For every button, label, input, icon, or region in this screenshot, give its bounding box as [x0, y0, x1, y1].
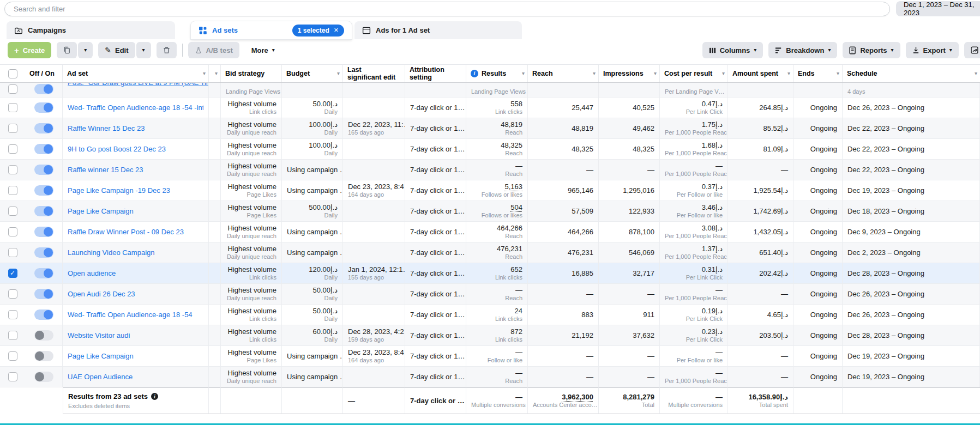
- column-header-schedule[interactable]: Schedule▾: [843, 65, 980, 82]
- row-checkbox[interactable]: [8, 207, 17, 216]
- more-button[interactable]: More ▾: [245, 42, 281, 58]
- duplicate-button[interactable]: [57, 42, 77, 58]
- column-header-results[interactable]: iResults▾: [466, 65, 528, 82]
- reports-button[interactable]: Reports ▾: [843, 42, 900, 58]
- results-cell: 504Follows or likes: [466, 201, 528, 221]
- amount-spent-cell: 651.40د.إ: [728, 242, 793, 263]
- ab-test-button[interactable]: A/B test: [188, 42, 239, 58]
- reach-cell: 464,266: [528, 222, 599, 242]
- adset-name-link[interactable]: Raffle winner 15 Dec 23: [68, 166, 203, 174]
- delete-button[interactable]: [157, 42, 177, 58]
- column-header-budget[interactable]: Budget▾: [282, 65, 343, 82]
- row-checkbox[interactable]: [8, 331, 17, 340]
- cost-per-result-cell: 3.46د.إPer Follow or like: [660, 201, 728, 221]
- adset-name-link[interactable]: Page Like Campaign: [68, 207, 203, 215]
- row-checkbox[interactable]: ✓: [8, 269, 17, 278]
- clear-selection-icon[interactable]: ✕: [334, 27, 339, 34]
- adset-name-link[interactable]: Page Like Campaign -19 Dec 23: [68, 186, 203, 195]
- amount-spent-cell: 85.52د.إ: [728, 118, 793, 138]
- duplicate-dropdown-button[interactable]: ▾: [78, 42, 93, 58]
- edit-dropdown-button[interactable]: ▾: [136, 42, 151, 58]
- row-toggle[interactable]: [34, 84, 53, 94]
- row-toggle[interactable]: [34, 227, 53, 237]
- column-header-ends[interactable]: Ends▾: [793, 65, 843, 82]
- row-checkbox[interactable]: [8, 372, 17, 381]
- row-toggle[interactable]: [34, 289, 53, 299]
- tab-ad-sets[interactable]: Ad sets 1 selected ✕: [191, 21, 352, 39]
- adset-name-link[interactable]: Wed- Traffic Open Audience-age 18 -54: [68, 311, 203, 319]
- column-header-bid-strategy[interactable]: Bid strategy: [221, 65, 282, 82]
- row-checkbox[interactable]: [8, 144, 17, 154]
- export-button[interactable]: Export ▾: [906, 42, 959, 58]
- column-header-ad-set[interactable]: Ad set▾: [63, 65, 209, 82]
- edit-button[interactable]: ✎ Edit: [98, 42, 135, 58]
- row-checkbox[interactable]: [8, 248, 17, 257]
- tab-ads[interactable]: Ads for 1 Ad set: [354, 21, 522, 39]
- row-checkbox[interactable]: [8, 103, 17, 112]
- column-header-off-on[interactable]: Off / On: [25, 65, 63, 82]
- adset-name-link[interactable]: Raffle Draw Winner Post - 09 Dec 23: [68, 228, 203, 236]
- row-toggle[interactable]: [34, 268, 53, 278]
- results-cell: 464,266Reach: [466, 222, 528, 242]
- attribution-cell: 7-day click or 1…: [405, 346, 466, 366]
- column-header-expand[interactable]: ▾: [209, 65, 221, 82]
- schedule-cell: Dec 19, 2023 – Ongoing: [843, 180, 980, 201]
- results-cell: 24Link clicks: [466, 305, 528, 325]
- row-toggle-cell: [25, 346, 63, 366]
- budget-cell: 50.00د.إDaily: [282, 305, 343, 325]
- column-header-impressions[interactable]: Impressions▾: [599, 65, 660, 82]
- amount-spent-cell: —: [728, 160, 793, 180]
- breakdown-button[interactable]: Breakdown ▾: [768, 42, 837, 58]
- row-toggle[interactable]: [34, 372, 53, 382]
- adset-name-link[interactable]: Open Audi 26 Dec 23: [68, 290, 203, 298]
- attribution-cell: 7-day click or 1…: [405, 160, 466, 180]
- row-toggle[interactable]: [34, 144, 53, 154]
- create-button[interactable]: + Create: [8, 42, 51, 58]
- adset-name-link[interactable]: Launching Video Campaign: [68, 248, 203, 257]
- date-range-picker[interactable]: Dec 1, 2023 – Dec 31, 2023: [896, 1, 980, 16]
- row-toggle[interactable]: [34, 309, 53, 320]
- adset-name-link[interactable]: Website Visitor audi: [68, 331, 203, 339]
- ends-cell: Ongoing: [793, 325, 843, 345]
- adset-name-link[interactable]: Raffle Winner 15 Dec 23: [68, 124, 203, 132]
- charts-button[interactable]: Charts: [964, 42, 980, 58]
- column-header-attribution[interactable]: Attribution setting: [405, 65, 466, 82]
- column-header-reach[interactable]: Reach▾: [528, 65, 599, 82]
- adset-name-link[interactable]: Page Like Campaign: [68, 352, 203, 360]
- column-header-cost-per-result[interactable]: Cost per result▾: [660, 65, 728, 82]
- columns-button[interactable]: Columns ▾: [702, 42, 763, 58]
- column-header-amount-spent[interactable]: Amount spent▾: [728, 65, 793, 82]
- selected-count-badge[interactable]: 1 selected ✕: [292, 25, 344, 37]
- adset-name-link[interactable]: Open audience: [68, 269, 203, 277]
- row-checkbox[interactable]: [8, 84, 17, 94]
- row-toggle[interactable]: [34, 123, 53, 133]
- ends-cell: Ongoing: [793, 242, 843, 263]
- adset-name-link[interactable]: Wed- Traffic Open Audience-age 18 -54 -i…: [68, 104, 203, 112]
- row-checkbox[interactable]: [8, 165, 17, 174]
- tab-campaigns[interactable]: Campaigns: [7, 21, 175, 39]
- adset-name-link[interactable]: 9H to Go post Boost 22 Dec 23: [68, 145, 203, 153]
- row-checkbox[interactable]: [8, 289, 17, 299]
- row-toggle[interactable]: [34, 351, 53, 361]
- adset-name-cell: Wed- Traffic Open Audience-age 18 -54 -i…: [63, 98, 209, 118]
- adset-name-link[interactable]: Post: "Our Draw goes LIVE at 9 PM (UAE T…: [68, 83, 209, 87]
- row-checkbox[interactable]: [8, 186, 17, 195]
- row-checkbox[interactable]: [8, 310, 17, 319]
- results-cell: 48,819Reach: [466, 118, 528, 138]
- row-checkbox[interactable]: [8, 124, 17, 133]
- row-toggle[interactable]: [34, 206, 53, 216]
- row-checkbox[interactable]: [8, 351, 17, 361]
- impressions-cell: —: [599, 367, 660, 387]
- row-toggle[interactable]: [34, 330, 53, 341]
- pencil-icon: ✎: [105, 46, 111, 54]
- search-input[interactable]: [4, 2, 890, 16]
- row-toggle[interactable]: [34, 185, 53, 196]
- row-checkbox[interactable]: [8, 227, 17, 236]
- reach-cell: [528, 83, 599, 97]
- row-select-cell: [0, 118, 25, 138]
- row-toggle[interactable]: [34, 165, 53, 175]
- row-toggle[interactable]: [34, 247, 53, 258]
- select-all-checkbox[interactable]: [8, 69, 17, 78]
- row-toggle[interactable]: [34, 102, 53, 113]
- adset-name-link[interactable]: UAE Open Audience: [68, 373, 203, 381]
